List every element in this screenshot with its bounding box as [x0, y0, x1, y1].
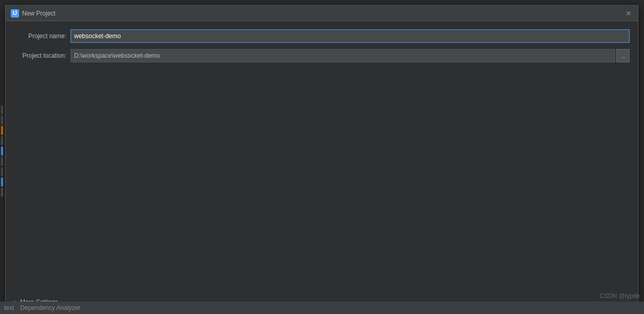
accent-bar-7	[1, 167, 3, 176]
accent-bar-3	[1, 126, 3, 135]
overlay: IJ New Project ✕ Project name: Project l…	[0, 0, 644, 314]
side-accents	[0, 0, 4, 302]
project-location-row: Project location: ...	[14, 49, 630, 62]
browse-button[interactable]: ...	[616, 49, 630, 62]
project-location-input[interactable]	[71, 49, 615, 62]
accent-bar-4	[1, 136, 3, 145]
title-bar: IJ New Project ✕	[6, 6, 638, 21]
project-name-row: Project name:	[14, 29, 630, 43]
status-bar: text Dependency Analyzer	[0, 302, 644, 314]
dialog-title: New Project	[22, 10, 56, 17]
status-dependency-label: Dependency Analyzer	[20, 304, 80, 311]
project-name-input[interactable]	[71, 29, 630, 43]
new-project-dialog: IJ New Project ✕ Project name: Project l…	[5, 5, 638, 314]
dialog-content: Project name: Project location: ...	[6, 21, 638, 294]
project-name-label: Project name:	[14, 32, 71, 40]
project-location-label: Project location:	[14, 52, 71, 59]
dialog-icon-text: IJ	[13, 10, 17, 16]
watermark: CSDN @lypde	[600, 292, 640, 300]
accent-bar-2	[1, 115, 3, 125]
accent-bar-9	[1, 188, 3, 197]
close-button[interactable]: ✕	[624, 9, 633, 18]
title-bar-left: IJ New Project	[11, 9, 56, 18]
dialog-icon: IJ	[11, 9, 19, 18]
accent-bar-6	[1, 157, 3, 166]
status-text-label: text	[4, 304, 14, 311]
accent-bar-5	[1, 146, 3, 156]
accent-bar-8	[1, 177, 3, 187]
accent-bar-1	[1, 105, 3, 114]
